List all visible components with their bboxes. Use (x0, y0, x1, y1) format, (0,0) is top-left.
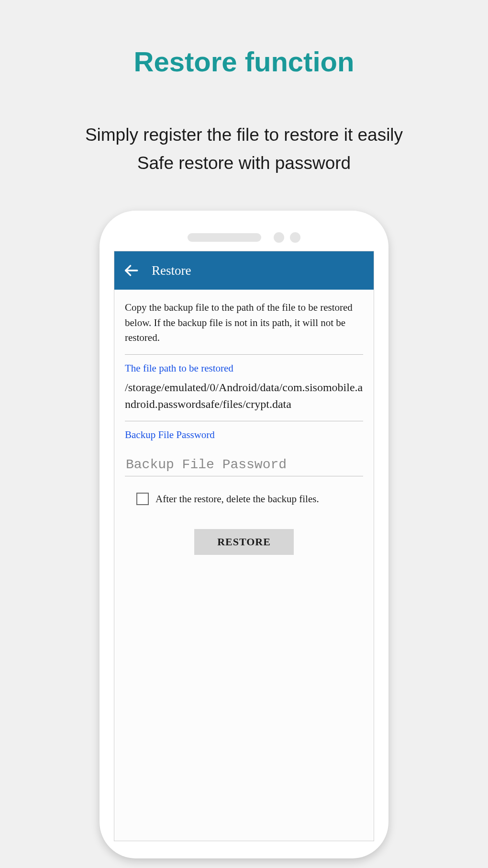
content-area: Copy the backup file to the path of the … (114, 290, 374, 555)
page-title: Restore function (0, 45, 488, 78)
delete-backup-row: After the restore, delete the backup fil… (125, 493, 363, 505)
back-arrow-icon[interactable] (123, 262, 139, 279)
delete-backup-checkbox[interactable] (136, 493, 149, 505)
password-label: Backup File Password (125, 429, 363, 441)
file-path-value: /storage/emulated/0/Android/data/com.sis… (125, 379, 363, 413)
phone-notch (114, 225, 374, 248)
app-bar: Restore (114, 251, 374, 290)
cameras (274, 232, 300, 243)
camera-dot (290, 232, 300, 243)
screen: Restore Copy the backup file to the path… (114, 251, 374, 841)
subtitle-line-1: Simply register the file to restore it e… (0, 121, 488, 149)
restore-button[interactable]: RESTORE (194, 529, 294, 555)
delete-backup-label: After the restore, delete the backup fil… (155, 493, 319, 505)
app-bar-title: Restore (152, 263, 191, 278)
speaker-grille (188, 233, 261, 242)
password-input[interactable] (125, 452, 363, 476)
file-path-label: The file path to be restored (125, 362, 363, 374)
subtitle-line-2: Safe restore with password (0, 149, 488, 177)
camera-dot (274, 232, 284, 243)
phone-frame: Restore Copy the backup file to the path… (100, 211, 388, 858)
instruction-text: Copy the backup file to the path of the … (125, 300, 363, 346)
divider (125, 354, 363, 355)
divider (125, 421, 363, 421)
page-subtitle: Simply register the file to restore it e… (0, 121, 488, 177)
